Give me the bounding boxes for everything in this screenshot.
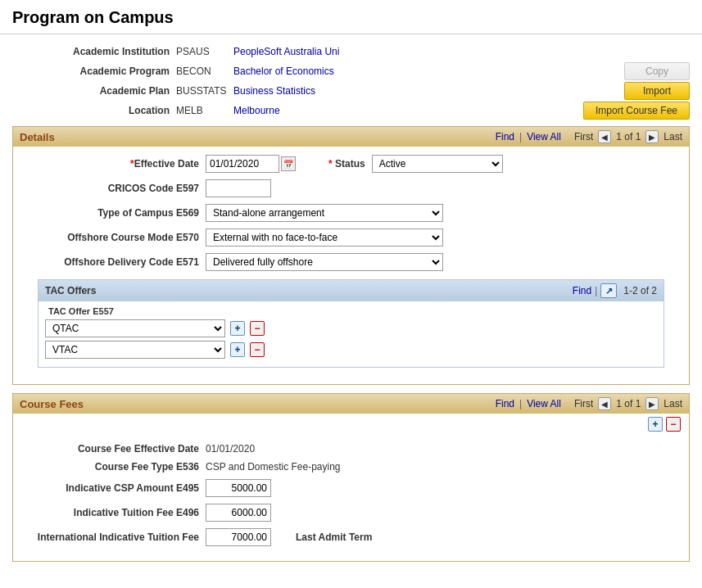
course-fees-panel: Course Fees Find | View All First ◀ 1 of…	[12, 393, 690, 562]
tac-header: TAC Offers Find | ↗ 1-2 of 2	[38, 280, 664, 301]
offshore-mode-row: Offshore Course Mode E570 External with …	[25, 228, 677, 247]
tac-find-link[interactable]: Find	[573, 285, 591, 296]
details-title: Details	[20, 131, 55, 143]
intl-tuition-row: International Indicative Tuition Fee Las…	[25, 528, 677, 546]
course-fees-add-remove: + −	[13, 414, 689, 435]
last-admit-term-label: Last Admit Term	[296, 531, 372, 543]
cricos-row: CRICOS Code E597	[25, 179, 677, 197]
tac-add-btn-1[interactable]: +	[230, 321, 245, 336]
offshore-mode-label: Offshore Course Mode E570	[25, 232, 206, 243]
details-prev-arrow[interactable]: ◀	[598, 130, 611, 143]
plan-value: Business Statistics	[233, 85, 690, 97]
course-fees-remove-btn[interactable]: −	[666, 417, 681, 432]
plan-label: Academic Plan	[12, 85, 176, 97]
course-fee-type-row: Course Fee Type E536 CSP and Domestic Fe…	[25, 461, 677, 473]
course-fee-date-value: 01/01/2020	[206, 443, 255, 455]
course-fee-date-label: Course Fee Effective Date	[25, 443, 206, 455]
import-course-fee-button[interactable]: Import Course Fee	[583, 102, 690, 120]
program-value: Bachelor of Economics	[233, 66, 690, 77]
institution-value: PeopleSoft Australia Uni	[233, 46, 690, 57]
details-last-label: Last	[664, 131, 682, 142]
tuition-fee-label: Indicative Tuition Fee E496	[25, 507, 206, 518]
page-title: Program on Campus	[0, 0, 702, 34]
tuition-fee-input[interactable]	[206, 504, 271, 522]
offshore-delivery-row: Offshore Delivery Code E571 Delivered fu…	[25, 253, 677, 271]
course-fees-next-arrow[interactable]: ▶	[645, 397, 659, 410]
copy-button: Copy	[624, 62, 690, 80]
course-fee-type-label: Course Fee Type E536	[25, 461, 206, 473]
import-button[interactable]: Import	[624, 82, 690, 100]
details-first-label: First	[574, 131, 593, 142]
tuition-fee-row: Indicative Tuition Fee E496	[25, 504, 677, 522]
tac-count: 1-2 of 2	[623, 285, 657, 296]
tac-remove-btn-1[interactable]: −	[250, 321, 265, 336]
course-fees-header: Course Fees Find | View All First ◀ 1 of…	[13, 394, 689, 414]
tac-offer-select-1[interactable]: QTAC VTAC	[45, 319, 225, 337]
effective-date-label: *Effective Date	[25, 158, 206, 170]
details-find-link[interactable]: Find	[496, 131, 514, 142]
course-fees-last-label: Last	[664, 398, 682, 409]
location-code: MELB	[176, 105, 233, 116]
cricos-input[interactable]	[206, 179, 271, 197]
details-next-arrow[interactable]: ▶	[645, 130, 659, 143]
course-fees-find-link[interactable]: Find	[496, 398, 514, 409]
csp-amount-row: Indicative CSP Amount E495	[25, 479, 677, 497]
status-select[interactable]: Active Inactive	[372, 155, 503, 173]
course-fees-prev-arrow[interactable]: ◀	[598, 397, 611, 410]
tac-remove-btn-2[interactable]: −	[250, 342, 265, 357]
details-header: Details Find | View All First ◀ 1 of 1 ▶…	[13, 127, 689, 147]
plan-code: BUSSTATS	[176, 85, 233, 97]
program-label: Academic Program	[12, 66, 176, 77]
course-fee-effective-date-row: Course Fee Effective Date 01/01/2020	[25, 443, 677, 455]
details-panel: Details Find | View All First ◀ 1 of 1 ▶…	[12, 126, 690, 385]
course-fees-page-info: 1 of 1	[616, 398, 641, 409]
intl-tuition-input[interactable]	[206, 528, 271, 546]
offshore-delivery-select[interactable]: Delivered fully offshore Not applicable …	[206, 253, 443, 271]
tac-title: TAC Offers	[45, 285, 96, 296]
campus-type-select[interactable]: Stand-alone arrangement Offshore campus …	[206, 204, 443, 222]
tac-row-1: QTAC VTAC + −	[45, 319, 657, 337]
course-fees-add-btn[interactable]: +	[648, 417, 663, 432]
course-fees-viewall-link[interactable]: View All	[527, 398, 561, 409]
course-fees-body: Course Fee Effective Date 01/01/2020 Cou…	[13, 435, 689, 561]
institution-label: Academic Institution	[12, 46, 176, 57]
campus-type-label: Type of Campus E569	[25, 207, 206, 219]
institution-code: PSAUS	[176, 46, 233, 57]
tac-add-btn-2[interactable]: +	[230, 342, 245, 357]
program-code: BECON	[176, 66, 233, 77]
offshore-delivery-label: Offshore Delivery Code E571	[25, 256, 206, 268]
status-label: * Status	[328, 158, 365, 170]
tac-col-header: TAC Offer E557	[45, 306, 657, 316]
calendar-icon[interactable]: 📅	[281, 156, 296, 171]
tac-expand-icon[interactable]: ↗	[600, 283, 617, 298]
tac-row-2: VTAC QTAC + −	[45, 341, 657, 359]
details-body: *Effective Date 📅 * Status Active Inacti…	[13, 147, 689, 384]
course-fees-title: Course Fees	[20, 398, 84, 410]
offshore-mode-select[interactable]: External with no face-to-face Internal O…	[206, 228, 443, 247]
course-fees-first-label: First	[574, 398, 593, 409]
cricos-label: CRICOS Code E597	[25, 183, 206, 194]
course-fees-nav: Find | View All First ◀ 1 of 1 ▶ Last	[496, 397, 682, 410]
details-viewall-link[interactable]: View All	[527, 131, 561, 142]
csp-amount-label: Indicative CSP Amount E495	[25, 482, 206, 494]
intl-tuition-label: International Indicative Tuition Fee	[25, 531, 206, 543]
effective-date-input[interactable]	[206, 155, 279, 173]
tac-panel: TAC Offers Find | ↗ 1-2 of 2 TAC Offer E…	[38, 279, 664, 368]
effective-date-row: *Effective Date 📅 * Status Active Inacti…	[25, 155, 677, 173]
tac-body: TAC Offer E557 QTAC VTAC + − VTAC QTAC	[38, 301, 664, 367]
course-fee-type-value: CSP and Domestic Fee-paying	[206, 461, 341, 473]
location-label: Location	[12, 105, 176, 116]
tac-nav: Find | ↗ 1-2 of 2	[573, 283, 657, 298]
csp-amount-input[interactable]	[206, 479, 271, 497]
tac-offer-select-2[interactable]: VTAC QTAC	[45, 341, 225, 359]
details-page-info: 1 of 1	[616, 131, 641, 142]
details-nav: Find | View All First ◀ 1 of 1 ▶ Last	[496, 130, 682, 143]
campus-type-row: Type of Campus E569 Stand-alone arrangem…	[25, 204, 677, 222]
